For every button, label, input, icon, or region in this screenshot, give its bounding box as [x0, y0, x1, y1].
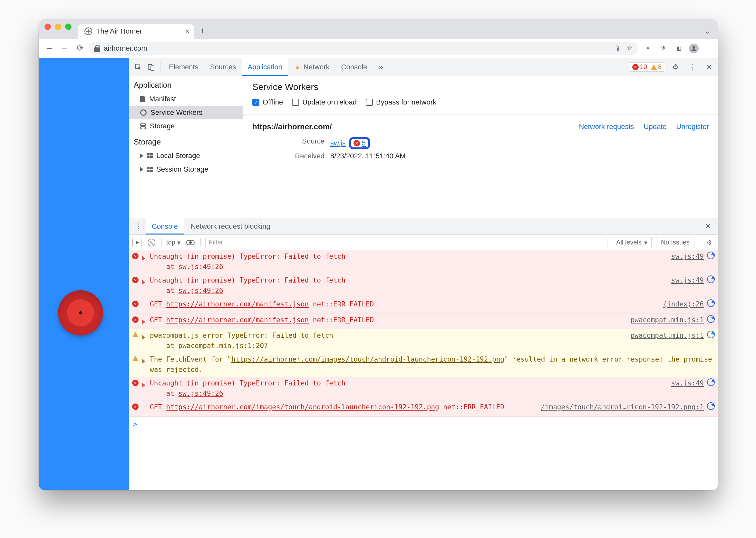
console-row[interactable]: ✕Uncaught (in promise) TypeError: Failed…: [129, 274, 718, 298]
side-panel-icon[interactable]: ◧: [674, 43, 684, 54]
toggle-sidebar-button[interactable]: [132, 238, 141, 247]
update-link[interactable]: Update: [644, 123, 667, 131]
live-expression-button[interactable]: [185, 237, 196, 248]
close-tab-icon[interactable]: ×: [185, 27, 189, 36]
console-row[interactable]: ✕GET https://airhorner.com/images/touch/…: [129, 401, 718, 417]
reload-icon[interactable]: [707, 315, 715, 323]
bypass-for-network-checkbox[interactable]: Bypass for network: [366, 98, 436, 106]
console-row[interactable]: ✕Uncaught (in promise) TypeError: Failed…: [129, 377, 718, 401]
profile-avatar[interactable]: [689, 43, 699, 53]
labs-icon[interactable]: ⚗: [658, 43, 668, 54]
network-requests-link[interactable]: Network requests: [579, 123, 634, 131]
console-prompt[interactable]: >: [129, 417, 718, 431]
device-toolbar-icon[interactable]: [145, 61, 158, 74]
source-link[interactable]: sw.js:49: [671, 275, 704, 286]
bookmark-icon[interactable]: ☆: [627, 44, 633, 53]
reload-icon[interactable]: [707, 402, 715, 410]
sidebar-item-service-workers[interactable]: Service Workers: [129, 106, 243, 119]
devtools-menu-icon[interactable]: ⋮: [686, 61, 699, 74]
drawer-close-icon[interactable]: ✕: [701, 221, 715, 231]
offline-checkbox[interactable]: ✓Offline: [252, 98, 283, 106]
chevron-down-icon: ▾: [177, 239, 180, 246]
nav-back-button[interactable]: ←: [43, 42, 56, 55]
context-selector[interactable]: top ▾: [166, 239, 180, 246]
sidebar-item-session-storage[interactable]: Session Storage: [129, 163, 243, 176]
source-link[interactable]: pwacompat.min.js:1: [630, 315, 704, 325]
log-levels-selector[interactable]: All levels▾: [612, 237, 652, 248]
checkbox-label: Offline: [262, 98, 283, 106]
expand-icon[interactable]: [142, 320, 145, 324]
console-row[interactable]: ✕Uncaught (in promise) TypeError: Failed…: [129, 250, 718, 274]
issue-counts[interactable]: ✕10 8: [629, 62, 665, 72]
tabs-menu-chevron-icon[interactable]: ⌄: [700, 25, 715, 39]
console-log[interactable]: ✕Uncaught (in promise) TypeError: Failed…: [129, 250, 718, 490]
console-row[interactable]: pwacompat.js error TypeError: Failed to …: [129, 329, 718, 353]
stack-link[interactable]: pwacompat.min.js:1:207: [178, 342, 268, 350]
expand-icon[interactable]: [142, 383, 145, 387]
source-link[interactable]: (index):26: [663, 299, 704, 310]
tab-network[interactable]: ▲Network: [288, 58, 335, 76]
airhorn-button[interactable]: [58, 290, 103, 336]
source-link[interactable]: pwacompat.min.js:1: [630, 331, 704, 341]
nav-reload-button[interactable]: ⟳: [73, 42, 87, 55]
reload-icon[interactable]: [707, 275, 715, 283]
clear-console-button[interactable]: [146, 237, 157, 248]
settings-gear-icon[interactable]: ⚙: [669, 61, 682, 74]
sw-error-count-link[interactable]: 5: [362, 139, 366, 147]
url-link[interactable]: https://airhorner.com/images/touch/andro…: [231, 355, 504, 363]
stack-link[interactable]: sw.js:49:26: [178, 390, 223, 398]
sidebar-item-local-storage[interactable]: Local Storage: [129, 149, 243, 163]
gear-icon: [140, 109, 147, 116]
sw-source-link[interactable]: sw.js: [330, 139, 346, 147]
zoom-window-button[interactable]: [65, 24, 71, 30]
inspect-icon[interactable]: [132, 61, 145, 74]
error-icon: ✕: [132, 300, 139, 307]
nav-forward-button[interactable]: →: [58, 42, 71, 55]
expand-icon[interactable]: [142, 335, 145, 340]
source-link[interactable]: /images/touch/androi…ricon-192-192.png:1: [541, 402, 704, 412]
issues-button[interactable]: No Issues: [656, 237, 694, 248]
tabs-overflow-button[interactable]: »: [373, 58, 389, 76]
drawer-tab-console[interactable]: Console: [146, 218, 184, 235]
tab-elements[interactable]: Elements: [163, 58, 204, 76]
share-icon[interactable]: ⇪: [615, 44, 621, 53]
console-row[interactable]: ✕GET https://airhorner.com/manifest.json…: [129, 298, 718, 314]
reload-icon[interactable]: [707, 251, 715, 259]
tab-console[interactable]: Console: [335, 58, 373, 76]
url-link[interactable]: https://airhorner.com/manifest.json: [166, 316, 309, 324]
url-link[interactable]: https://airhorner.com/manifest.json: [166, 300, 309, 308]
reload-icon[interactable]: [707, 299, 715, 307]
close-window-button[interactable]: [44, 24, 51, 30]
unregister-link[interactable]: Unregister: [677, 123, 709, 131]
drawer-tab-network-blocking[interactable]: Network request blocking: [185, 218, 276, 235]
browser-tab[interactable]: The Air Horner ×: [78, 24, 194, 39]
source-link[interactable]: sw.js:49: [671, 378, 704, 389]
expand-icon[interactable]: [142, 359, 145, 363]
console-settings-icon[interactable]: ⚙: [704, 237, 715, 248]
new-tab-button[interactable]: +: [196, 25, 209, 37]
extensions-icon[interactable]: ✦: [642, 43, 653, 54]
devtools-close-icon[interactable]: ✕: [702, 61, 715, 74]
sw-error-badge[interactable]: ✕ 5: [349, 137, 370, 149]
drawer-menu-icon[interactable]: ⋮: [132, 220, 145, 233]
reload-icon[interactable]: [707, 331, 715, 338]
tab-application[interactable]: Application: [242, 58, 288, 76]
lock-icon: [94, 45, 100, 52]
sidebar-item-manifest[interactable]: Manifest: [129, 92, 243, 106]
omnibox[interactable]: airhorner.com ⇪ ☆: [89, 42, 638, 55]
minimize-window-button[interactable]: [55, 24, 61, 30]
browser-menu-icon[interactable]: ⋮: [704, 43, 714, 54]
expand-icon[interactable]: [142, 256, 145, 261]
filter-input[interactable]: Filter: [205, 237, 607, 248]
stack-link[interactable]: sw.js:49:26: [178, 263, 223, 271]
url-link[interactable]: https://airhorner.com/images/touch/andro…: [166, 403, 439, 411]
sidebar-item-storage[interactable]: Storage: [129, 119, 243, 133]
console-row[interactable]: The FetchEvent for "https://airhorner.co…: [129, 353, 718, 377]
tab-sources[interactable]: Sources: [204, 58, 242, 76]
stack-link[interactable]: sw.js:49:26: [178, 287, 223, 295]
expand-icon[interactable]: [142, 280, 145, 285]
console-row[interactable]: ✕GET https://airhorner.com/manifest.json…: [129, 314, 718, 330]
reload-icon[interactable]: [707, 378, 715, 386]
source-link[interactable]: sw.js:49: [671, 251, 704, 262]
update-on-reload-checkbox[interactable]: Update on reload: [292, 98, 357, 106]
